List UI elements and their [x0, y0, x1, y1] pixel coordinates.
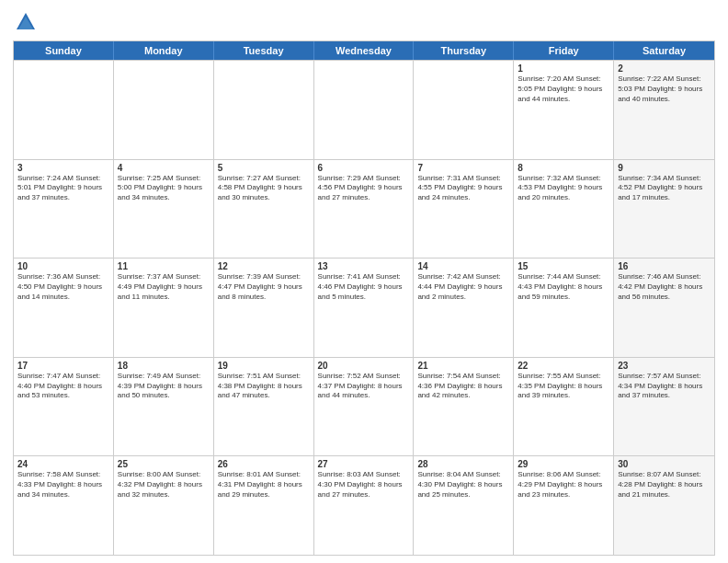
- cell-info: Sunrise: 7:41 AM Sunset: 4:46 PM Dayligh…: [318, 272, 410, 302]
- day-number: 21: [417, 361, 509, 371]
- col-header-friday: Friday: [514, 41, 614, 60]
- week-row-0: 1Sunrise: 7:20 AM Sunset: 5:05 PM Daylig…: [14, 60, 714, 159]
- cell-info: Sunrise: 7:51 AM Sunset: 4:38 PM Dayligh…: [218, 372, 310, 401]
- week-row-3: 17Sunrise: 7:47 AM Sunset: 4:40 PM Dayli…: [14, 357, 714, 456]
- cal-cell-3-0: 17Sunrise: 7:47 AM Sunset: 4:40 PM Dayli…: [14, 358, 114, 456]
- cell-info: Sunrise: 7:25 AM Sunset: 5:00 PM Dayligh…: [118, 174, 210, 203]
- cell-info: Sunrise: 8:07 AM Sunset: 4:28 PM Dayligh…: [618, 470, 711, 500]
- cal-cell-3-4: 21Sunrise: 7:54 AM Sunset: 4:36 PM Dayli…: [414, 358, 514, 456]
- cell-info: Sunrise: 7:57 AM Sunset: 4:34 PM Dayligh…: [618, 372, 711, 401]
- header: [13, 9, 715, 35]
- day-number: 30: [618, 459, 711, 469]
- cal-cell-2-2: 12Sunrise: 7:39 AM Sunset: 4:47 PM Dayli…: [214, 259, 314, 357]
- day-number: 16: [618, 261, 711, 271]
- cal-cell-0-2: [214, 61, 314, 159]
- cell-info: Sunrise: 7:24 AM Sunset: 5:01 PM Dayligh…: [17, 174, 109, 203]
- day-number: 19: [218, 361, 310, 371]
- col-header-monday: Monday: [114, 41, 214, 60]
- day-number: 11: [118, 261, 210, 271]
- cell-info: Sunrise: 8:01 AM Sunset: 4:31 PM Dayligh…: [218, 470, 310, 500]
- cal-cell-0-4: [414, 61, 514, 159]
- cal-cell-4-1: 25Sunrise: 8:00 AM Sunset: 4:32 PM Dayli…: [114, 456, 214, 555]
- day-number: 1: [518, 63, 609, 74]
- cell-info: Sunrise: 7:55 AM Sunset: 4:35 PM Dayligh…: [518, 372, 609, 401]
- cal-cell-0-5: 1Sunrise: 7:20 AM Sunset: 5:05 PM Daylig…: [514, 61, 614, 159]
- day-number: 3: [17, 163, 109, 173]
- cell-info: Sunrise: 7:20 AM Sunset: 5:05 PM Dayligh…: [518, 75, 609, 104]
- cell-info: Sunrise: 7:44 AM Sunset: 4:43 PM Dayligh…: [518, 272, 609, 302]
- week-row-4: 24Sunrise: 7:58 AM Sunset: 4:33 PM Dayli…: [14, 455, 714, 555]
- col-header-sunday: Sunday: [14, 41, 114, 60]
- day-number: 14: [417, 261, 509, 271]
- cell-info: Sunrise: 7:39 AM Sunset: 4:47 PM Dayligh…: [218, 272, 310, 302]
- cal-cell-4-2: 26Sunrise: 8:01 AM Sunset: 4:31 PM Dayli…: [214, 456, 314, 555]
- day-number: 2: [618, 63, 711, 74]
- day-number: 22: [518, 361, 609, 371]
- col-header-thursday: Thursday: [414, 41, 514, 60]
- col-header-saturday: Saturday: [614, 41, 714, 60]
- cell-info: Sunrise: 7:36 AM Sunset: 4:50 PM Dayligh…: [17, 272, 109, 302]
- cal-cell-0-0: [14, 61, 114, 159]
- page: SundayMondayTuesdayWednesdayThursdayFrid…: [0, 0, 728, 563]
- cal-cell-1-4: 7Sunrise: 7:31 AM Sunset: 4:55 PM Daylig…: [414, 160, 514, 259]
- cal-cell-2-4: 14Sunrise: 7:42 AM Sunset: 4:44 PM Dayli…: [414, 259, 514, 357]
- week-row-1: 3Sunrise: 7:24 AM Sunset: 5:01 PM Daylig…: [14, 159, 714, 259]
- cell-info: Sunrise: 8:03 AM Sunset: 4:30 PM Dayligh…: [318, 470, 410, 500]
- cal-cell-2-5: 15Sunrise: 7:44 AM Sunset: 4:43 PM Dayli…: [514, 259, 614, 357]
- day-number: 5: [218, 163, 310, 173]
- day-number: 17: [17, 361, 109, 371]
- cal-cell-1-0: 3Sunrise: 7:24 AM Sunset: 5:01 PM Daylig…: [14, 160, 114, 259]
- day-number: 27: [318, 459, 410, 469]
- cal-cell-0-6: 2Sunrise: 7:22 AM Sunset: 5:03 PM Daylig…: [614, 61, 714, 159]
- cell-info: Sunrise: 8:00 AM Sunset: 4:32 PM Dayligh…: [118, 470, 210, 500]
- cal-cell-4-6: 30Sunrise: 8:07 AM Sunset: 4:28 PM Dayli…: [614, 456, 714, 555]
- day-number: 24: [17, 459, 109, 469]
- cal-cell-1-6: 9Sunrise: 7:34 AM Sunset: 4:52 PM Daylig…: [614, 160, 714, 259]
- cal-cell-1-3: 6Sunrise: 7:29 AM Sunset: 4:56 PM Daylig…: [314, 160, 415, 259]
- day-number: 13: [318, 261, 410, 271]
- cal-cell-0-3: [314, 61, 415, 159]
- day-number: 15: [518, 261, 609, 271]
- cal-cell-2-6: 16Sunrise: 7:46 AM Sunset: 4:42 PM Dayli…: [614, 259, 714, 357]
- cal-cell-2-1: 11Sunrise: 7:37 AM Sunset: 4:49 PM Dayli…: [114, 259, 214, 357]
- cell-info: Sunrise: 7:31 AM Sunset: 4:55 PM Dayligh…: [417, 174, 509, 203]
- cell-info: Sunrise: 8:04 AM Sunset: 4:30 PM Dayligh…: [417, 470, 509, 500]
- cal-cell-3-3: 20Sunrise: 7:52 AM Sunset: 4:37 PM Dayli…: [314, 358, 415, 456]
- cell-info: Sunrise: 7:22 AM Sunset: 5:03 PM Dayligh…: [618, 75, 711, 104]
- day-number: 25: [118, 459, 210, 469]
- cell-info: Sunrise: 7:29 AM Sunset: 4:56 PM Dayligh…: [318, 174, 410, 203]
- cell-info: Sunrise: 7:32 AM Sunset: 4:53 PM Dayligh…: [518, 174, 609, 203]
- logo: [13, 9, 42, 35]
- day-number: 18: [118, 361, 210, 371]
- cal-cell-3-5: 22Sunrise: 7:55 AM Sunset: 4:35 PM Dayli…: [514, 358, 614, 456]
- day-number: 10: [17, 261, 109, 271]
- day-number: 6: [318, 163, 410, 173]
- cell-info: Sunrise: 7:46 AM Sunset: 4:42 PM Dayligh…: [618, 272, 711, 302]
- cell-info: Sunrise: 7:27 AM Sunset: 4:58 PM Dayligh…: [218, 174, 310, 203]
- cal-cell-3-6: 23Sunrise: 7:57 AM Sunset: 4:34 PM Dayli…: [614, 358, 714, 456]
- col-header-tuesday: Tuesday: [214, 41, 314, 60]
- cell-info: Sunrise: 7:42 AM Sunset: 4:44 PM Dayligh…: [417, 272, 509, 302]
- cal-cell-4-5: 29Sunrise: 8:06 AM Sunset: 4:29 PM Dayli…: [514, 456, 614, 555]
- cal-cell-4-0: 24Sunrise: 7:58 AM Sunset: 4:33 PM Dayli…: [14, 456, 114, 555]
- day-number: 7: [417, 163, 509, 173]
- day-number: 28: [417, 459, 509, 469]
- day-number: 26: [218, 459, 310, 469]
- cell-info: Sunrise: 7:52 AM Sunset: 4:37 PM Dayligh…: [318, 372, 410, 401]
- day-number: 8: [518, 163, 609, 173]
- cell-info: Sunrise: 7:37 AM Sunset: 4:49 PM Dayligh…: [118, 272, 210, 302]
- cell-info: Sunrise: 7:47 AM Sunset: 4:40 PM Dayligh…: [17, 372, 109, 401]
- cal-cell-1-1: 4Sunrise: 7:25 AM Sunset: 5:00 PM Daylig…: [114, 160, 214, 259]
- day-number: 4: [118, 163, 210, 173]
- cal-cell-1-5: 8Sunrise: 7:32 AM Sunset: 4:53 PM Daylig…: [514, 160, 614, 259]
- cal-cell-1-2: 5Sunrise: 7:27 AM Sunset: 4:58 PM Daylig…: [214, 160, 314, 259]
- cal-cell-2-0: 10Sunrise: 7:36 AM Sunset: 4:50 PM Dayli…: [14, 259, 114, 357]
- week-row-2: 10Sunrise: 7:36 AM Sunset: 4:50 PM Dayli…: [14, 258, 714, 357]
- logo-icon: [13, 9, 39, 35]
- cal-cell-0-1: [114, 61, 214, 159]
- calendar-header-row: SundayMondayTuesdayWednesdayThursdayFrid…: [14, 41, 714, 60]
- day-number: 9: [618, 163, 711, 173]
- calendar: SundayMondayTuesdayWednesdayThursdayFrid…: [13, 40, 715, 556]
- cal-cell-4-4: 28Sunrise: 8:04 AM Sunset: 4:30 PM Dayli…: [414, 456, 514, 555]
- cal-cell-4-3: 27Sunrise: 8:03 AM Sunset: 4:30 PM Dayli…: [314, 456, 415, 555]
